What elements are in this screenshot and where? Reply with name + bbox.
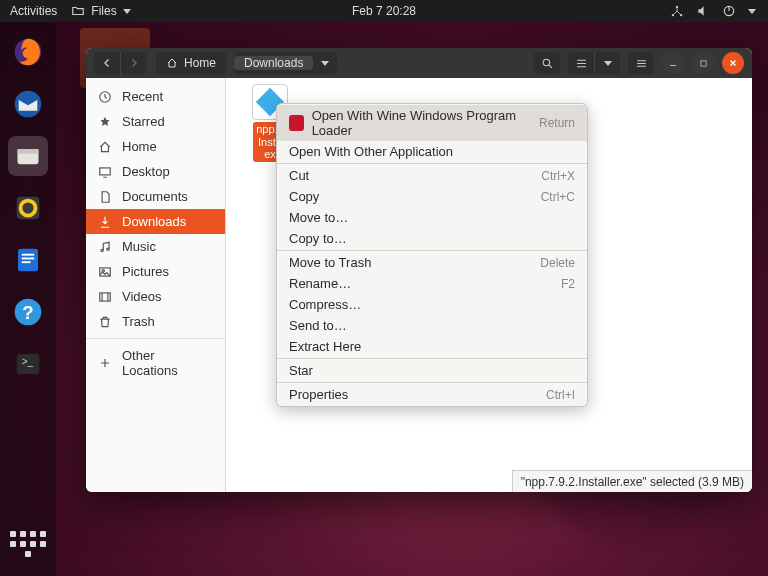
dock-thunderbird[interactable] (8, 84, 48, 124)
top-bar: Activities Files Feb 7 20:28 (0, 0, 768, 22)
files-icon (71, 4, 85, 18)
home-icon (166, 57, 178, 69)
list-icon (575, 57, 588, 70)
ctx-copy[interactable]: CopyCtrl+C (277, 186, 587, 207)
svg-point-18 (543, 59, 550, 65)
app-menu[interactable]: Files (71, 4, 130, 18)
sidebar-item-downloads[interactable]: Downloads (86, 209, 225, 234)
dock-terminal[interactable]: >_ (8, 344, 48, 384)
wine-icon (289, 115, 304, 131)
view-list-button[interactable] (568, 52, 594, 74)
activities-button[interactable]: Activities (10, 4, 57, 18)
path-downloads[interactable]: Downloads (234, 56, 313, 70)
documents-icon (98, 190, 112, 204)
dock-files[interactable] (8, 136, 48, 176)
svg-rect-21 (100, 167, 111, 174)
ctx-rename[interactable]: Rename…F2 (277, 273, 587, 294)
dock: ? >_ (0, 22, 56, 576)
music-icon (98, 240, 112, 254)
sidebar-item-videos[interactable]: Videos (86, 284, 225, 309)
path-dropdown[interactable] (313, 61, 337, 66)
sidebar: Recent Starred Home Desktop Documents Do… (86, 78, 226, 492)
context-menu: Open With Wine Windows Program LoaderRet… (276, 103, 588, 407)
path-home[interactable]: Home (156, 56, 226, 70)
view-options-button[interactable] (594, 52, 620, 74)
svg-rect-7 (18, 149, 39, 154)
svg-rect-10 (18, 249, 38, 272)
plus-icon (98, 356, 112, 370)
sidebar-item-home[interactable]: Home (86, 134, 225, 159)
search-icon (541, 57, 554, 70)
sidebar-item-trash[interactable]: Trash (86, 309, 225, 334)
dock-rhythmbox[interactable] (8, 188, 48, 228)
sidebar-item-documents[interactable]: Documents (86, 184, 225, 209)
svg-text:?: ? (22, 302, 33, 323)
sidebar-item-starred[interactable]: Starred (86, 109, 225, 134)
svg-rect-12 (22, 258, 35, 260)
trash-icon (98, 315, 112, 329)
ctx-send-to[interactable]: Send to… (277, 315, 587, 336)
files-window: Home Downloads Recent Starred Home Deskt… (86, 48, 752, 492)
ctx-compress[interactable]: Compress… (277, 294, 587, 315)
forward-button[interactable] (120, 52, 146, 74)
chevron-down-icon (321, 61, 329, 66)
show-applications[interactable] (10, 526, 46, 562)
sidebar-item-other-locations[interactable]: Other Locations (86, 343, 225, 383)
dock-firefox[interactable] (8, 32, 48, 72)
minimize-button[interactable] (662, 52, 684, 74)
close-button[interactable] (722, 52, 744, 74)
svg-rect-11 (22, 254, 35, 256)
desktop-icon (98, 165, 112, 179)
svg-rect-13 (22, 261, 31, 263)
home-icon (98, 140, 112, 154)
ctx-properties[interactable]: PropertiesCtrl+I (277, 384, 587, 405)
path-bar[interactable]: Home (156, 52, 226, 74)
ctx-copy-to[interactable]: Copy to… (277, 228, 587, 249)
pictures-icon (98, 265, 112, 279)
maximize-button[interactable] (692, 52, 714, 74)
ctx-extract-here[interactable]: Extract Here (277, 336, 587, 357)
recent-icon (98, 90, 112, 104)
svg-point-1 (672, 14, 674, 16)
ctx-star[interactable]: Star (277, 360, 587, 381)
sidebar-item-music[interactable]: Music (86, 234, 225, 259)
star-icon (98, 115, 112, 129)
network-icon[interactable] (670, 4, 684, 18)
chevron-down-icon (123, 9, 131, 14)
back-button[interactable] (94, 52, 120, 74)
power-icon[interactable] (722, 4, 736, 18)
chevron-down-icon (604, 61, 612, 66)
chevron-down-icon[interactable] (748, 9, 756, 14)
ctx-cut[interactable]: CutCtrl+X (277, 165, 587, 186)
hamburger-menu[interactable] (628, 52, 654, 74)
svg-text:>_: >_ (22, 356, 34, 367)
downloads-icon (98, 215, 112, 229)
titlebar: Home Downloads (86, 48, 752, 78)
ctx-open-with-other[interactable]: Open With Other Application (277, 141, 587, 162)
content-area[interactable]: npp.7 Insta ex Open With Wine Windows Pr… (226, 78, 752, 492)
menu-icon (635, 57, 648, 70)
clock[interactable]: Feb 7 20:28 (352, 4, 416, 18)
dock-libreoffice-writer[interactable] (8, 240, 48, 280)
search-button[interactable] (534, 52, 560, 74)
svg-point-22 (101, 249, 103, 251)
svg-point-23 (107, 248, 109, 250)
volume-icon[interactable] (696, 4, 710, 18)
ctx-move-to-trash[interactable]: Move to TrashDelete (277, 252, 587, 273)
svg-point-2 (680, 14, 682, 16)
status-bar: "npp.7.9.2.Installer.exe" selected (3.9 … (512, 470, 752, 492)
sidebar-item-pictures[interactable]: Pictures (86, 259, 225, 284)
sidebar-item-recent[interactable]: Recent (86, 84, 225, 109)
dock-help[interactable]: ? (8, 292, 48, 332)
sidebar-item-desktop[interactable]: Desktop (86, 159, 225, 184)
svg-point-0 (676, 6, 678, 8)
videos-icon (98, 290, 112, 304)
svg-rect-19 (700, 60, 705, 65)
ctx-move-to[interactable]: Move to… (277, 207, 587, 228)
svg-rect-26 (100, 292, 111, 300)
ctx-open-with-wine[interactable]: Open With Wine Windows Program LoaderRet… (277, 105, 587, 141)
